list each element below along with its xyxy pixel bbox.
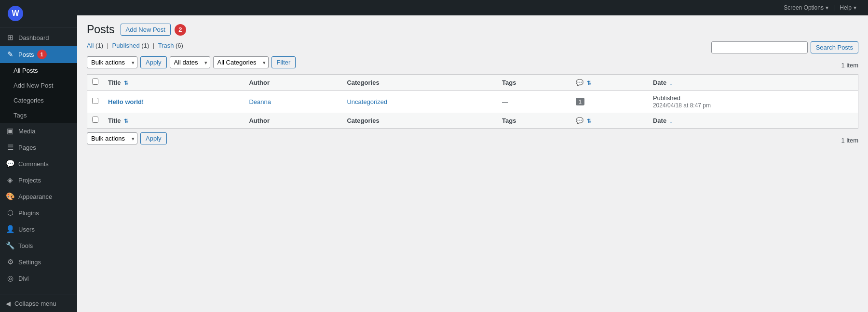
tags-col-label-footer: Tags [502, 117, 516, 124]
posts-table: Title ⇅ Author Categories Tags 💬 ⇅ [87, 74, 858, 129]
author-col-label: Author [249, 79, 270, 86]
add-new-post-button[interactable]: Add New Post [121, 24, 171, 36]
comments-icon: 💬 [6, 159, 14, 168]
header-author: Author [244, 75, 342, 91]
topbar-separator: | [833, 4, 835, 11]
comments-icon-footer: 💬 [576, 117, 583, 124]
filter-row-top: Bulk actions Apply All dates All Categor… [87, 56, 296, 68]
sidebar-item-label: Media [18, 128, 35, 135]
sidebar-item-appearance[interactable]: 🎨 Appearance [0, 188, 77, 205]
footer-author: Author [244, 113, 342, 129]
row-checkbox[interactable] [92, 98, 98, 104]
item-count-top: 1 item [841, 62, 858, 69]
comments-sort-icon-footer[interactable]: ⇅ [587, 118, 591, 124]
collapse-label: Collapse menu [14, 300, 56, 307]
wp-logo-icon: W [8, 6, 23, 21]
date-sort-icon[interactable]: ↓ [670, 80, 673, 86]
post-title-link[interactable]: Hello world! [108, 98, 144, 105]
search-box: Search Posts [711, 41, 858, 53]
sidebar-item-users[interactable]: 👤 Users [0, 221, 77, 237]
sidebar-item-settings[interactable]: ⚙ Settings [0, 254, 77, 270]
add-new-post-button-label: Add New Post [126, 26, 165, 33]
date-col-label-footer: Date [653, 117, 666, 124]
sidebar-item-categories[interactable]: Categories [0, 93, 77, 108]
title-sort-icon[interactable]: ⇅ [124, 80, 128, 86]
sidebar-logo: W [0, 0, 77, 27]
screen-options-label: Screen Options [784, 4, 824, 11]
all-link[interactable]: All [87, 42, 94, 49]
sidebar-item-label: Projects [18, 177, 41, 184]
filter-button[interactable]: Filter [271, 56, 296, 68]
sidebar-item-all-posts[interactable]: All Posts [0, 63, 77, 78]
sidebar-item-label: Posts [18, 51, 34, 58]
sidebar-item-label: Users [18, 226, 35, 233]
search-input[interactable] [711, 41, 808, 53]
sidebar-item-projects[interactable]: ◈ Projects [0, 172, 77, 188]
screen-options-chevron-icon: ▾ [826, 4, 828, 11]
help-label: Help [840, 4, 852, 11]
sidebar-item-label: Tools [18, 242, 33, 249]
posts-icon: ✎ [6, 50, 14, 59]
bulk-actions-wrap-top: Bulk actions [87, 56, 137, 68]
sidebar-item-posts[interactable]: ✎ Posts 1 [0, 46, 77, 63]
sidebar-item-tags[interactable]: Tags [0, 108, 77, 123]
post-category-link[interactable]: Uncategorized [347, 98, 387, 105]
header-categories: Categories [342, 75, 497, 91]
post-tags: — [502, 98, 508, 105]
appearance-icon: 🎨 [6, 192, 14, 201]
header-tags: Tags [497, 75, 571, 91]
date-sort-icon-footer[interactable]: ↓ [670, 118, 673, 124]
sidebar-item-dashboard[interactable]: ⊞ Dashboard [0, 29, 77, 46]
sidebar-item-plugins[interactable]: ⬡ Plugins [0, 205, 77, 221]
screen-options-button[interactable]: Screen Options ▾ [780, 4, 832, 11]
sidebar-item-pages[interactable]: ☰ Pages [0, 139, 77, 156]
dates-select[interactable]: All dates [170, 56, 210, 68]
sidebar-item-comments[interactable]: 💬 Comments [0, 156, 77, 172]
post-author-link[interactable]: Deanna [249, 98, 271, 105]
table-row: Hello world! Deanna Uncategorized [87, 91, 858, 113]
sidebar-item-label: Settings [18, 259, 41, 266]
title-col-label-footer: Title [108, 117, 121, 124]
apply-button-bottom[interactable]: Apply [140, 132, 167, 144]
all-count: (1) [95, 42, 103, 49]
collapse-icon: ◀ [6, 300, 11, 307]
sidebar-item-media[interactable]: ▣ Media [0, 123, 77, 139]
trash-count: (6) [176, 42, 183, 49]
collapse-menu-button[interactable]: ◀ Collapse menu [0, 295, 77, 312]
footer-checkbox-cell [87, 113, 104, 129]
comments-sort-icon[interactable]: ⇅ [587, 80, 591, 86]
bulk-actions-select-top[interactable]: Bulk actions [87, 56, 137, 68]
categories-col-label-footer: Categories [347, 117, 379, 124]
users-icon: 👤 [6, 225, 14, 234]
sidebar-item-tools[interactable]: 🔧 Tools [0, 237, 77, 254]
apply-label-top: Apply [146, 59, 162, 66]
search-posts-button[interactable]: Search Posts [811, 41, 858, 53]
footer-title: Title ⇅ [103, 113, 244, 129]
select-all-checkbox[interactable] [92, 78, 98, 85]
table-footer-row: Title ⇅ Author Categories Tags 💬 ⇅ [87, 113, 858, 129]
bulk-actions-select-bottom[interactable]: Bulk actions [87, 132, 137, 144]
published-link[interactable]: Published [112, 42, 140, 49]
trash-link[interactable]: Trash [158, 42, 174, 49]
post-author: Deanna [249, 98, 271, 105]
projects-icon: ◈ [6, 176, 14, 184]
title-sort-icon-footer[interactable]: ⇅ [124, 118, 128, 124]
media-icon: ▣ [6, 127, 14, 135]
add-new-post-label: Add New Post [14, 82, 53, 89]
comment-count-badge[interactable]: 1 [576, 98, 584, 105]
topbar: Screen Options ▾ | Help ▾ [77, 0, 868, 15]
title-col-label: Title [108, 79, 121, 86]
tools-icon: 🔧 [6, 241, 14, 250]
footer-comments: 💬 ⇅ [571, 113, 648, 129]
sidebar: W ⊞ Dashboard ✎ Posts 1 All Posts Add Ne… [0, 0, 77, 312]
sidebar-item-label: Pages [18, 144, 36, 151]
help-button[interactable]: Help ▾ [836, 4, 860, 11]
sidebar-item-add-new-post[interactable]: Add New Post [0, 78, 77, 93]
categories-select[interactable]: All Categories [213, 56, 269, 68]
header-checkbox-cell [87, 75, 104, 91]
select-all-checkbox-footer[interactable] [92, 117, 98, 123]
sidebar-item-divi[interactable]: ◎ Divi [0, 270, 77, 286]
row-categories-cell: Uncategorized [342, 91, 497, 113]
apply-button-top[interactable]: Apply [140, 56, 167, 68]
comments-col-icon: 💬 [576, 79, 583, 86]
